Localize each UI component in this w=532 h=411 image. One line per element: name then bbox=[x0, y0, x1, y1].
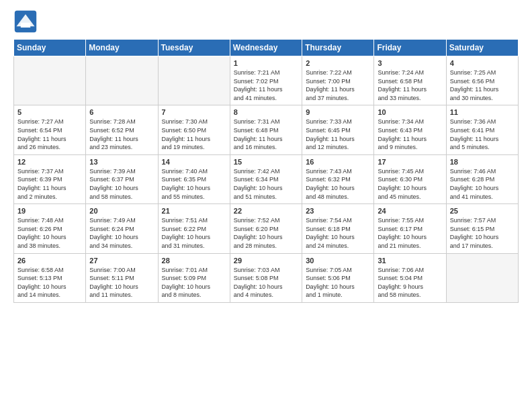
calendar-cell bbox=[446, 253, 518, 302]
day-number: 1 bbox=[234, 59, 298, 67]
day-number: 30 bbox=[306, 257, 370, 265]
cell-info: Sunrise: 7:57 AMSunset: 6:15 PMDaylight:… bbox=[450, 216, 515, 250]
logo-icon bbox=[13, 9, 38, 34]
calendar-cell: 7Sunrise: 7:30 AMSunset: 6:50 PMDaylight… bbox=[158, 105, 230, 154]
calendar-cell: 21Sunrise: 7:51 AMSunset: 6:22 PMDayligh… bbox=[158, 204, 230, 253]
calendar-cell: 3Sunrise: 7:24 AMSunset: 6:58 PMDaylight… bbox=[374, 56, 446, 105]
day-number: 16 bbox=[306, 158, 370, 166]
day-number: 11 bbox=[450, 108, 515, 116]
day-number: 22 bbox=[234, 207, 298, 215]
calendar-week-4: 19Sunrise: 7:48 AMSunset: 6:26 PMDayligh… bbox=[14, 204, 519, 253]
day-number: 7 bbox=[162, 108, 226, 116]
calendar-cell: 6Sunrise: 7:28 AMSunset: 6:52 PMDaylight… bbox=[86, 105, 158, 154]
day-header-friday: Friday bbox=[374, 40, 446, 56]
cell-info: Sunrise: 7:01 AMSunset: 5:09 PMDaylight:… bbox=[162, 266, 226, 300]
cell-info: Sunrise: 7:21 AMSunset: 7:02 PMDaylight:… bbox=[234, 68, 298, 102]
cell-info: Sunrise: 7:49 AMSunset: 6:24 PMDaylight:… bbox=[89, 216, 154, 250]
day-number: 15 bbox=[234, 158, 298, 166]
cell-info: Sunrise: 7:39 AMSunset: 6:37 PMDaylight:… bbox=[89, 167, 154, 201]
logo bbox=[13, 9, 42, 34]
svg-rect-2 bbox=[21, 23, 30, 28]
calendar-cell: 14Sunrise: 7:40 AMSunset: 6:35 PMDayligh… bbox=[158, 154, 230, 203]
calendar-week-3: 12Sunrise: 7:37 AMSunset: 6:39 PMDayligh… bbox=[14, 154, 519, 203]
header bbox=[0, 0, 532, 39]
calendar-cell: 15Sunrise: 7:42 AMSunset: 6:34 PMDayligh… bbox=[230, 154, 302, 203]
cell-info: Sunrise: 7:24 AMSunset: 6:58 PMDaylight:… bbox=[378, 68, 442, 102]
day-number: 21 bbox=[162, 207, 226, 215]
day-number: 4 bbox=[450, 59, 515, 67]
day-number: 5 bbox=[17, 108, 82, 116]
calendar-cell: 18Sunrise: 7:46 AMSunset: 6:28 PMDayligh… bbox=[446, 154, 518, 203]
cell-info: Sunrise: 7:27 AMSunset: 6:54 PMDaylight:… bbox=[17, 118, 82, 151]
calendar-cell: 2Sunrise: 7:22 AMSunset: 7:00 PMDaylight… bbox=[302, 56, 374, 105]
cell-info: Sunrise: 7:40 AMSunset: 6:35 PMDaylight:… bbox=[162, 167, 226, 201]
calendar-cell: 19Sunrise: 7:48 AMSunset: 6:26 PMDayligh… bbox=[14, 204, 86, 253]
calendar-header-row: SundayMondayTuesdayWednesdayThursdayFrid… bbox=[14, 40, 519, 56]
calendar-cell: 31Sunrise: 7:06 AMSunset: 5:04 PMDayligh… bbox=[374, 253, 446, 302]
day-number: 17 bbox=[378, 158, 442, 166]
cell-info: Sunrise: 7:00 AMSunset: 5:11 PMDaylight:… bbox=[89, 266, 154, 300]
cell-info: Sunrise: 7:34 AMSunset: 6:43 PMDaylight:… bbox=[378, 118, 442, 151]
calendar-cell bbox=[158, 56, 230, 105]
calendar-cell bbox=[14, 56, 86, 105]
calendar-cell: 23Sunrise: 7:54 AMSunset: 6:18 PMDayligh… bbox=[302, 204, 374, 253]
day-number: 13 bbox=[89, 158, 154, 166]
cell-info: Sunrise: 7:43 AMSunset: 6:32 PMDaylight:… bbox=[306, 167, 370, 201]
day-number: 25 bbox=[450, 207, 515, 215]
cell-info: Sunrise: 7:54 AMSunset: 6:18 PMDaylight:… bbox=[306, 216, 370, 250]
day-number: 12 bbox=[17, 158, 82, 166]
day-number: 26 bbox=[17, 257, 82, 265]
cell-info: Sunrise: 7:55 AMSunset: 6:17 PMDaylight:… bbox=[378, 216, 442, 250]
page: SundayMondayTuesdayWednesdayThursdayFrid… bbox=[0, 0, 532, 411]
day-header-monday: Monday bbox=[86, 40, 158, 56]
cell-info: Sunrise: 7:25 AMSunset: 6:56 PMDaylight:… bbox=[450, 68, 515, 102]
day-number: 8 bbox=[234, 108, 298, 116]
cell-info: Sunrise: 7:05 AMSunset: 5:06 PMDaylight:… bbox=[306, 266, 370, 300]
day-number: 2 bbox=[306, 59, 370, 67]
calendar-cell: 17Sunrise: 7:45 AMSunset: 6:30 PMDayligh… bbox=[374, 154, 446, 203]
day-number: 19 bbox=[17, 207, 82, 215]
day-number: 20 bbox=[89, 207, 154, 215]
calendar-cell: 28Sunrise: 7:01 AMSunset: 5:09 PMDayligh… bbox=[158, 253, 230, 302]
day-number: 31 bbox=[378, 257, 442, 265]
day-number: 27 bbox=[89, 257, 154, 265]
calendar-cell: 11Sunrise: 7:36 AMSunset: 6:41 PMDayligh… bbox=[446, 105, 518, 154]
calendar-cell: 29Sunrise: 7:03 AMSunset: 5:08 PMDayligh… bbox=[230, 253, 302, 302]
day-number: 9 bbox=[306, 108, 370, 116]
cell-info: Sunrise: 7:37 AMSunset: 6:39 PMDaylight:… bbox=[17, 167, 82, 201]
calendar-table: SundayMondayTuesdayWednesdayThursdayFrid… bbox=[13, 39, 519, 303]
cell-info: Sunrise: 7:48 AMSunset: 6:26 PMDaylight:… bbox=[17, 216, 82, 250]
cell-info: Sunrise: 7:33 AMSunset: 6:45 PMDaylight:… bbox=[306, 118, 370, 151]
day-number: 3 bbox=[378, 59, 442, 67]
calendar-cell: 27Sunrise: 7:00 AMSunset: 5:11 PMDayligh… bbox=[86, 253, 158, 302]
calendar-cell: 24Sunrise: 7:55 AMSunset: 6:17 PMDayligh… bbox=[374, 204, 446, 253]
calendar-cell: 1Sunrise: 7:21 AMSunset: 7:02 PMDaylight… bbox=[230, 56, 302, 105]
day-number: 14 bbox=[162, 158, 226, 166]
cell-info: Sunrise: 7:03 AMSunset: 5:08 PMDaylight:… bbox=[234, 266, 298, 300]
calendar-week-5: 26Sunrise: 6:58 AMSunset: 5:13 PMDayligh… bbox=[14, 253, 519, 302]
calendar-cell: 26Sunrise: 6:58 AMSunset: 5:13 PMDayligh… bbox=[14, 253, 86, 302]
day-number: 6 bbox=[89, 108, 154, 116]
day-number: 29 bbox=[234, 257, 298, 265]
cell-info: Sunrise: 7:06 AMSunset: 5:04 PMDaylight:… bbox=[378, 266, 442, 300]
calendar-cell: 30Sunrise: 7:05 AMSunset: 5:06 PMDayligh… bbox=[302, 253, 374, 302]
calendar-cell: 13Sunrise: 7:39 AMSunset: 6:37 PMDayligh… bbox=[86, 154, 158, 203]
calendar-cell bbox=[86, 56, 158, 105]
day-header-thursday: Thursday bbox=[302, 40, 374, 56]
day-number: 18 bbox=[450, 158, 515, 166]
day-header-wednesday: Wednesday bbox=[230, 40, 302, 56]
cell-info: Sunrise: 7:51 AMSunset: 6:22 PMDaylight:… bbox=[162, 216, 226, 250]
cell-info: Sunrise: 7:45 AMSunset: 6:30 PMDaylight:… bbox=[378, 167, 442, 201]
cell-info: Sunrise: 7:22 AMSunset: 7:00 PMDaylight:… bbox=[306, 68, 370, 102]
calendar-week-2: 5Sunrise: 7:27 AMSunset: 6:54 PMDaylight… bbox=[14, 105, 519, 154]
cell-info: Sunrise: 6:58 AMSunset: 5:13 PMDaylight:… bbox=[17, 266, 82, 300]
calendar-cell: 8Sunrise: 7:31 AMSunset: 6:48 PMDaylight… bbox=[230, 105, 302, 154]
day-number: 24 bbox=[378, 207, 442, 215]
calendar-cell: 22Sunrise: 7:52 AMSunset: 6:20 PMDayligh… bbox=[230, 204, 302, 253]
calendar-cell: 10Sunrise: 7:34 AMSunset: 6:43 PMDayligh… bbox=[374, 105, 446, 154]
day-number: 28 bbox=[162, 257, 226, 265]
cell-info: Sunrise: 7:31 AMSunset: 6:48 PMDaylight:… bbox=[234, 118, 298, 151]
calendar-cell: 9Sunrise: 7:33 AMSunset: 6:45 PMDaylight… bbox=[302, 105, 374, 154]
cell-info: Sunrise: 7:52 AMSunset: 6:20 PMDaylight:… bbox=[234, 216, 298, 250]
calendar-cell: 12Sunrise: 7:37 AMSunset: 6:39 PMDayligh… bbox=[14, 154, 86, 203]
